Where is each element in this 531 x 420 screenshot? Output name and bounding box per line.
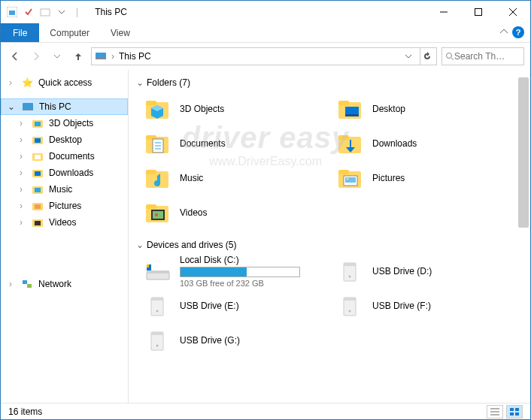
address-box[interactable]: › This PC <box>91 47 437 65</box>
drive-tile-usb-drive-f-[interactable]: USB Drive (F:) <box>336 291 514 321</box>
refresh-button[interactable] <box>420 48 433 65</box>
svg-rect-34 <box>338 101 349 105</box>
folder-tile-desktop[interactable]: Desktop <box>336 94 514 124</box>
chevron-right-icon[interactable]: › <box>16 118 26 128</box>
back-button[interactable] <box>7 48 23 65</box>
cube-icon <box>31 116 44 130</box>
ribbon-tab-view[interactable]: View <box>100 23 141 42</box>
ribbon-collapse-icon[interactable] <box>500 27 508 38</box>
svg-rect-58 <box>147 270 169 273</box>
chevron-down-icon: ⌄ <box>136 240 144 250</box>
forward-button <box>28 48 44 65</box>
address-dropdown-icon[interactable] <box>402 48 415 65</box>
chevron-right-icon[interactable]: › <box>16 217 26 228</box>
svg-rect-68 <box>344 298 356 301</box>
svg-rect-79 <box>515 412 519 415</box>
svg-rect-1 <box>9 11 15 15</box>
recent-dropdown[interactable] <box>49 48 65 65</box>
tree-quick-access[interactable]: › ⭐ Quick access <box>1 74 128 91</box>
tree-item-label: 3D Objects <box>49 118 93 128</box>
chevron-right-icon[interactable]: › <box>16 184 26 195</box>
drive-tile-usb-drive-g-[interactable]: USB Drive (G:) <box>144 325 321 355</box>
svg-rect-2 <box>41 9 50 16</box>
tree-item-videos[interactable]: ›Videos <box>1 214 128 231</box>
drive-tile-usb-drive-e-[interactable]: USB Drive (E:) <box>144 291 321 321</box>
tree-item-music[interactable]: ›Music <box>1 181 128 198</box>
pic-icon <box>31 199 44 213</box>
qat-properties-icon[interactable] <box>22 5 35 19</box>
svg-point-72 <box>156 345 159 347</box>
star-icon: ⭐ <box>20 76 34 89</box>
tile-label: Documents <box>180 138 226 149</box>
group-drives-header[interactable]: ⌄Devices and drives (5) <box>136 240 514 250</box>
search-box[interactable] <box>441 47 524 65</box>
tile-label: 3D Objects <box>180 104 224 114</box>
chevron-right-icon[interactable]: › <box>5 279 16 289</box>
tree-item-downloads[interactable]: ›Downloads <box>1 165 128 181</box>
drive-icon <box>144 292 172 320</box>
view-details-button[interactable] <box>487 405 503 418</box>
folder-tile-pictures[interactable]: Pictures <box>336 163 514 193</box>
minimize-button[interactable] <box>426 1 461 23</box>
folder-tile-music[interactable]: Music <box>144 163 321 193</box>
tree-network[interactable]: › Network <box>1 276 128 292</box>
drive-icon <box>336 257 365 286</box>
tree-item-pictures[interactable]: ›Pictures <box>1 198 128 214</box>
drive-tile-local-disk-c-[interactable]: Local Disk (C:)103 GB free of 232 GB <box>144 256 321 286</box>
svg-rect-77 <box>515 408 519 411</box>
tree-this-pc[interactable]: ⌄ This PC <box>1 98 128 115</box>
address-bar-row: › This PC <box>1 43 530 70</box>
svg-point-66 <box>156 310 159 313</box>
group-folders-header[interactable]: ⌄Folders (7) <box>136 77 514 88</box>
svg-rect-78 <box>510 412 514 415</box>
maximize-button[interactable] <box>461 1 496 23</box>
view-large-button[interactable] <box>506 405 523 418</box>
svg-rect-36 <box>345 114 359 116</box>
video-icon <box>31 216 44 229</box>
folder-tile-documents[interactable]: Documents <box>144 128 321 159</box>
tree-item-documents[interactable]: ›Documents <box>1 148 128 165</box>
chevron-right-icon[interactable]: › <box>16 168 26 178</box>
ribbon: File Computer View ? <box>1 23 530 43</box>
svg-rect-62 <box>344 263 356 266</box>
folder-tile-3d-objects[interactable]: 3D Objects <box>144 94 321 124</box>
chevron-down-icon: ⌄ <box>136 77 144 88</box>
tile-label: Videos <box>180 207 207 218</box>
folder-tile-videos[interactable]: Videos <box>144 198 321 228</box>
help-button[interactable]: ? <box>512 26 524 38</box>
svg-rect-26 <box>35 221 41 225</box>
folder-tile-downloads[interactable]: Downloads <box>336 128 514 159</box>
qat-newfolder-icon[interactable] <box>38 5 52 19</box>
folder-icon <box>144 164 172 192</box>
chevron-right-icon[interactable]: › <box>5 77 16 88</box>
chevron-right-icon[interactable]: › <box>16 134 26 145</box>
chevron-right-icon[interactable]: › <box>16 151 26 162</box>
svg-line-10 <box>451 58 454 60</box>
svg-rect-30 <box>146 101 156 105</box>
file-tab[interactable]: File <box>1 23 39 42</box>
search-icon <box>445 52 454 61</box>
svg-rect-65 <box>151 298 163 301</box>
search-input[interactable] <box>454 51 514 62</box>
folder-icon <box>144 95 172 123</box>
qat-dropdown-icon[interactable] <box>55 5 68 19</box>
scrollbar[interactable] <box>518 77 529 228</box>
up-button[interactable] <box>70 48 86 65</box>
title-separator: | <box>76 7 78 17</box>
chevron-down-icon[interactable]: ⌄ <box>6 101 17 112</box>
tree-item-3d-objects[interactable]: ›3D Objects <box>1 115 128 131</box>
tile-label: Local Disk (C:) <box>180 255 300 265</box>
network-icon <box>20 277 34 291</box>
tree-item-desktop[interactable]: ›Desktop <box>1 131 128 148</box>
chevron-right-icon[interactable]: › <box>16 201 26 211</box>
close-button[interactable] <box>496 1 530 23</box>
svg-point-9 <box>447 53 452 59</box>
ribbon-tab-computer[interactable]: Computer <box>39 23 100 42</box>
drive-tile-usb-drive-d-[interactable]: USB Drive (D:) <box>336 256 514 286</box>
svg-rect-20 <box>35 171 41 176</box>
folder-icon <box>144 129 172 158</box>
status-bar: 16 items <box>1 403 530 419</box>
svg-point-56 <box>155 213 158 216</box>
svg-rect-76 <box>510 408 514 411</box>
svg-rect-28 <box>27 284 32 288</box>
